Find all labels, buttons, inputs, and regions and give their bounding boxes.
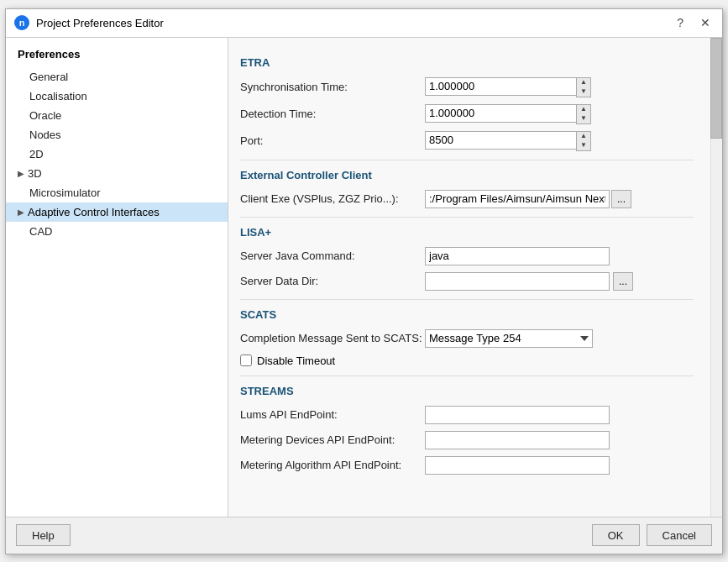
detect-time-spinner: ▲ ▼ bbox=[425, 104, 591, 124]
etra-divider bbox=[240, 160, 694, 160]
lums-api-row: Lums API EndPoint: bbox=[240, 406, 694, 424]
metering-devices-label: Metering Devices API EndPoint: bbox=[240, 433, 425, 446]
app-icon: n bbox=[14, 15, 29, 30]
sidebar-item-adaptive-label: Adaptive Control Interfaces bbox=[28, 206, 160, 218]
detect-time-spinner-btns: ▲ ▼ bbox=[576, 104, 591, 124]
dialog-window: n Project Preferences Editor ? ✕ Prefere… bbox=[5, 8, 723, 554]
dialog-footer: Help OK Cancel bbox=[6, 517, 722, 554]
streams-section-title: STREAMS bbox=[240, 385, 694, 397]
detect-time-up[interactable]: ▲ bbox=[577, 105, 590, 114]
server-data-wrap: ... bbox=[425, 272, 633, 291]
help-button[interactable]: ? bbox=[673, 14, 687, 31]
client-exe-input[interactable] bbox=[425, 190, 610, 208]
title-bar-left: n Project Preferences Editor bbox=[14, 15, 164, 30]
server-java-label: Server Java Command: bbox=[240, 249, 425, 262]
sync-time-label: Synchronisation Time: bbox=[240, 81, 425, 93]
dialog-body: Preferences General Localisation Oracle … bbox=[6, 38, 722, 517]
etra-section-title: ETRA bbox=[240, 56, 694, 69]
client-exe-browse-btn[interactable]: ... bbox=[611, 190, 631, 208]
sidebar-item-localisation[interactable]: Localisation bbox=[6, 87, 228, 106]
metering-devices-input[interactable] bbox=[425, 431, 610, 449]
lums-api-input[interactable] bbox=[425, 406, 610, 424]
sidebar-item-3d[interactable]: ▶ 3D bbox=[6, 164, 228, 183]
detect-time-input[interactable] bbox=[425, 104, 576, 123]
client-exe-row: Client Exe (VSPlus, ZGZ Prio...): ... bbox=[240, 190, 694, 208]
close-button[interactable]: ✕ bbox=[697, 14, 714, 31]
scats-section-title: SCATS bbox=[240, 308, 694, 321]
scrollbar-thumb[interactable] bbox=[710, 38, 722, 139]
sync-time-spinner-btns: ▲ ▼ bbox=[576, 77, 591, 97]
scats-divider bbox=[240, 376, 694, 376]
server-data-row: Server Data Dir: ... bbox=[240, 272, 694, 291]
lisa-section-title: LISA+ bbox=[240, 226, 694, 239]
sync-time-up[interactable]: ▲ bbox=[577, 78, 590, 87]
cancel-button[interactable]: Cancel bbox=[647, 524, 712, 546]
dialog-title: Project Preferences Editor bbox=[36, 17, 164, 29]
server-java-row: Server Java Command: bbox=[240, 247, 694, 265]
sidebar-item-2d[interactable]: 2D bbox=[6, 144, 228, 164]
metering-devices-row: Metering Devices API EndPoint: bbox=[240, 431, 694, 449]
disable-timeout-row: Disable Timeout bbox=[240, 355, 694, 367]
client-exe-wrap: ... bbox=[425, 190, 631, 208]
lisa-divider bbox=[240, 299, 694, 300]
detect-time-down[interactable]: ▼ bbox=[577, 114, 590, 123]
server-data-browse-btn[interactable]: ... bbox=[613, 272, 633, 291]
title-bar-controls: ? ✕ bbox=[673, 14, 714, 31]
help-footer-button[interactable]: Help bbox=[16, 524, 71, 546]
title-bar: n Project Preferences Editor ? ✕ bbox=[6, 9, 722, 38]
server-data-input[interactable] bbox=[425, 272, 610, 291]
detect-time-label: Detection Time: bbox=[240, 108, 425, 120]
port-label: Port: bbox=[240, 134, 425, 147]
sidebar-item-general[interactable]: General bbox=[6, 67, 228, 87]
sync-time-input[interactable] bbox=[425, 77, 576, 96]
port-up[interactable]: ▲ bbox=[577, 132, 590, 141]
port-down[interactable]: ▼ bbox=[577, 141, 590, 150]
main-content: ETRA Synchronisation Time: ▲ ▼ Detection… bbox=[228, 38, 722, 517]
disable-timeout-checkbox[interactable] bbox=[240, 355, 252, 366]
metering-algo-row: Metering Algorithm API EndPoint: bbox=[240, 456, 694, 475]
ext-controller-divider bbox=[240, 217, 694, 218]
lums-api-label: Lums API EndPoint: bbox=[240, 408, 425, 421]
sidebar: Preferences General Localisation Oracle … bbox=[6, 38, 228, 517]
port-spinner: ▲ ▼ bbox=[425, 131, 591, 151]
scats-completion-row: Completion Message Sent to SCATS: Messag… bbox=[240, 329, 694, 348]
scats-completion-select[interactable]: Message Type 254 Message Type 255 bbox=[425, 329, 593, 348]
ext-controller-section-title: External Controller Client bbox=[240, 169, 694, 181]
metering-algo-input[interactable] bbox=[425, 456, 610, 475]
sync-time-row: Synchronisation Time: ▲ ▼ bbox=[240, 77, 694, 97]
sidebar-item-microsimulator[interactable]: Microsimulator bbox=[6, 183, 228, 202]
sidebar-item-3d-label: 3D bbox=[28, 167, 42, 180]
server-java-input[interactable] bbox=[425, 247, 610, 265]
sidebar-header: Preferences bbox=[6, 45, 228, 67]
detect-time-row: Detection Time: ▲ ▼ bbox=[240, 104, 694, 124]
adaptive-arrow-icon: ▶ bbox=[18, 207, 24, 217]
port-input[interactable] bbox=[425, 131, 576, 150]
sidebar-item-cad[interactable]: CAD bbox=[6, 222, 228, 241]
sync-time-spinner: ▲ ▼ bbox=[425, 77, 591, 97]
3d-arrow-icon: ▶ bbox=[18, 169, 24, 178]
port-spinner-btns: ▲ ▼ bbox=[576, 131, 591, 151]
sidebar-item-adaptive-control[interactable]: ▶ Adaptive Control Interfaces bbox=[6, 202, 228, 222]
sidebar-item-oracle[interactable]: Oracle bbox=[6, 106, 228, 125]
scrollbar-track[interactable] bbox=[710, 38, 722, 517]
server-data-label: Server Data Dir: bbox=[240, 275, 425, 287]
disable-timeout-label: Disable Timeout bbox=[257, 355, 335, 367]
client-exe-label: Client Exe (VSPlus, ZGZ Prio...): bbox=[240, 192, 425, 205]
ok-button[interactable]: OK bbox=[592, 524, 640, 546]
footer-right: OK Cancel bbox=[592, 524, 712, 546]
port-row: Port: ▲ ▼ bbox=[240, 131, 694, 151]
metering-algo-label: Metering Algorithm API EndPoint: bbox=[240, 459, 425, 471]
scats-completion-label: Completion Message Sent to SCATS: bbox=[240, 332, 425, 344]
sync-time-down[interactable]: ▼ bbox=[577, 87, 590, 97]
content-area: ETRA Synchronisation Time: ▲ ▼ Detection… bbox=[228, 38, 710, 493]
sidebar-item-nodes[interactable]: Nodes bbox=[6, 125, 228, 144]
